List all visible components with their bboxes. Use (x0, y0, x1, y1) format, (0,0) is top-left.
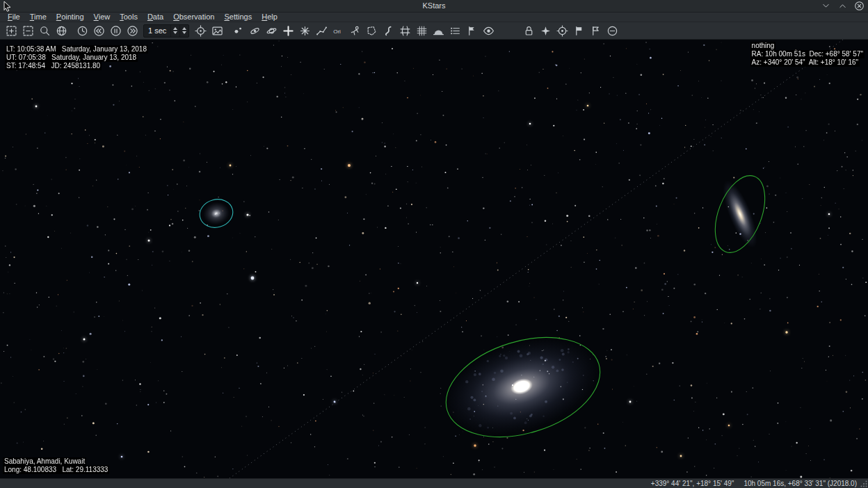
clock-icon (77, 25, 88, 37)
toggle-stars-button[interactable] (230, 23, 246, 39)
resize-grip[interactable] (860, 480, 867, 487)
statusbar: +339° 44' 21", +18° 15' 49" 10h 05m 16s,… (0, 478, 868, 488)
toggle-flags-button[interactable] (463, 23, 480, 39)
constellation-names-icon: Ori (332, 25, 344, 37)
toggle-clock-button[interactable] (107, 23, 124, 39)
spin-down-icon (182, 31, 186, 34)
galaxy-marker-small[interactable] (197, 195, 236, 231)
observation-list-button[interactable] (447, 23, 463, 39)
focus-object-label: nothing (750, 42, 776, 50)
toggle-ground-button[interactable] (430, 23, 447, 39)
find-object-button[interactable] (36, 23, 53, 39)
menu-help[interactable]: Help (257, 13, 282, 22)
zoom-in-button[interactable] (3, 23, 19, 39)
location-coords-label: Long: 48.100833 Lat: 29.113333 (3, 466, 109, 474)
boundaries-icon (366, 25, 378, 37)
menu-data[interactable]: Data (143, 13, 168, 22)
image-icon (211, 25, 223, 37)
focus-azalt-label: Az: +340° 20' 54" Alt: +18° 10' 16" (750, 58, 860, 67)
maximize-button[interactable] (837, 1, 848, 11)
galaxy-marker-large-spiral[interactable] (434, 320, 613, 455)
toggle-milky-way-button[interactable] (380, 23, 396, 39)
toggle-constellation-names-button[interactable]: Ori (330, 23, 346, 39)
flag-b-button[interactable] (587, 23, 604, 39)
close-icon (854, 1, 865, 11)
lock-icon (523, 25, 535, 37)
focus-radec-label: RA: 10h 00m 51s Dec: +68° 58' 57" (750, 50, 865, 58)
menu-pointing[interactable]: Pointing (51, 13, 89, 22)
geographic-location-button[interactable] (53, 23, 70, 39)
time-step-backward-button[interactable] (90, 23, 107, 39)
list-icon (449, 25, 461, 37)
statusbar-azalt: +339° 44' 21", +18° 15' 49" (651, 480, 734, 487)
toggle-supernovae-button[interactable] (280, 23, 296, 39)
toggle-equatorial-grid-button[interactable] (396, 23, 413, 39)
menu-file[interactable]: File (3, 13, 25, 22)
flag-outline-icon (590, 25, 602, 37)
statusbar-radec: 10h 05m 16s, +68° 33' 31" (J2018.0) (744, 480, 857, 487)
close-button[interactable] (854, 1, 865, 11)
kstars-window: KStars FileTimePointingViewToolsDataObse… (0, 0, 868, 488)
spin-up-icon (182, 27, 186, 30)
zoom-out-button[interactable] (19, 23, 36, 39)
flag-icon (466, 25, 478, 37)
menubar: FileTimePointingViewToolsDataObservation… (0, 13, 868, 22)
universal-time-label: UT: 07:05:38 Saturday, January 13, 2018 (5, 54, 138, 62)
eye-icon (483, 25, 495, 37)
toggle-solar-system-button[interactable] (263, 23, 280, 39)
location-name-label: Sabahiya, Ahmadi, Kuwait (3, 457, 86, 466)
time-step-spinner-value[interactable] (179, 25, 188, 37)
toggle-constellation-lines-button[interactable] (313, 23, 330, 39)
track-object-button[interactable] (192, 23, 209, 39)
target-icon (556, 25, 568, 37)
titlebar[interactable]: KStars (0, 0, 868, 13)
planet-icon (266, 25, 278, 37)
menu-observation[interactable]: Observation (168, 13, 219, 22)
menu-time[interactable]: Time (25, 13, 51, 22)
flag-filled-icon (573, 25, 585, 37)
menu-tools[interactable]: Tools (115, 13, 143, 22)
toggle-deep-sky-button[interactable] (246, 23, 263, 39)
toggle-constellation-art-button[interactable] (346, 23, 363, 39)
default-zoom-button[interactable] (604, 23, 620, 39)
globe-icon (56, 25, 67, 37)
galaxy-icon (249, 25, 261, 37)
toggle-satellites-button[interactable] (296, 23, 313, 39)
time-step-spinner-unit[interactable] (170, 25, 179, 37)
galaxy-marker-edge-on[interactable] (705, 169, 774, 260)
spin-up-icon (173, 27, 177, 30)
fits-viewer-button[interactable] (209, 23, 225, 39)
equatorial-grid-icon (399, 25, 411, 37)
main-toolbar: 1 sec Ori (0, 22, 868, 40)
center-telescope-button[interactable] (554, 23, 570, 39)
toggle-horizontal-grid-button[interactable] (413, 23, 430, 39)
starburst-icon (299, 25, 311, 37)
skip-forward-icon (127, 25, 138, 37)
pause-icon (110, 25, 122, 37)
menu-view[interactable]: View (89, 13, 115, 22)
toggle-constellation-boundaries-button[interactable] (363, 23, 380, 39)
constellation-art-icon (349, 25, 361, 37)
constellation-lines-icon (316, 25, 328, 37)
time-info-box: LT: 10:05:38 AM Saturday, January 13, 20… (5, 45, 148, 70)
celestial-equator-line (230, 40, 843, 478)
minimize-button[interactable] (821, 1, 831, 11)
skip-backward-icon (93, 25, 105, 37)
lock-position-button[interactable] (520, 23, 537, 39)
set-time-button[interactable] (74, 23, 90, 39)
star-icon (540, 25, 552, 37)
flag-a-button[interactable] (570, 23, 587, 39)
time-step-value[interactable]: 1 sec (144, 25, 170, 37)
guide-star-button[interactable] (537, 23, 554, 39)
mouse-cursor-icon (3, 1, 13, 12)
sidereal-time-label: ST: 17:48:54 JD: 2458131.80 (5, 62, 102, 70)
crosshair-icon (195, 25, 207, 37)
time-step-box[interactable]: 1 sec (143, 24, 189, 38)
window-title: KStars (0, 0, 868, 12)
spin-down-icon (173, 31, 177, 34)
sky-overlay (0, 40, 868, 478)
chevron-down-icon (821, 1, 830, 10)
menu-settings[interactable]: Settings (219, 13, 257, 22)
whats-interesting-button[interactable] (480, 23, 497, 39)
time-step-forward-button[interactable] (124, 23, 140, 39)
